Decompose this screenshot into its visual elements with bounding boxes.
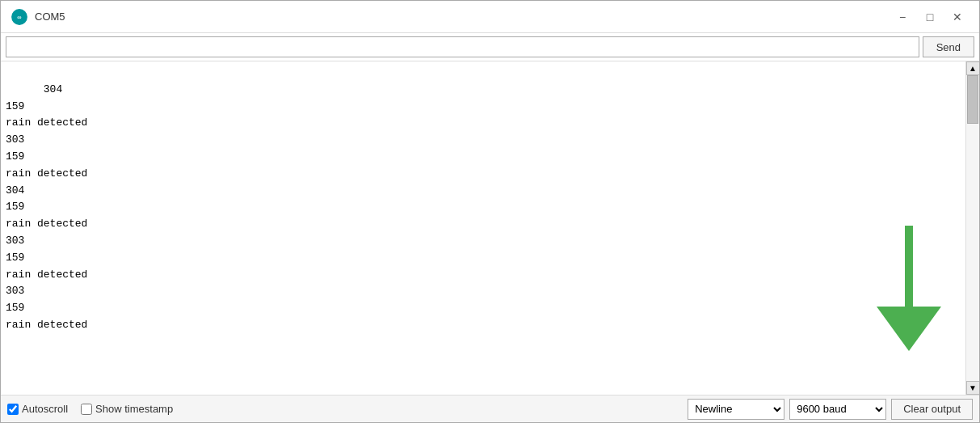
status-bar: Autoscroll Show timestamp NewlineNo line… — [1, 395, 979, 422]
scrollbar-up-button[interactable]: ▲ — [966, 61, 980, 75]
show-timestamp-label[interactable]: Show timestamp — [81, 403, 173, 415]
output-line: 304 159 rain detected 303 159 rain detec… — [6, 83, 87, 331]
main-window: ∞ COM5 − □ ✕ Send 304 159 rain detected … — [0, 0, 980, 423]
send-button[interactable]: Send — [923, 36, 974, 57]
output-content: 304 159 rain detected 303 159 rain detec… — [1, 61, 965, 395]
svg-text:∞: ∞ — [17, 14, 21, 21]
scrollbar[interactable]: ▲ ▼ — [965, 61, 979, 395]
send-bar: Send — [1, 33, 979, 61]
arduino-logo: ∞ — [11, 8, 28, 26]
close-button[interactable]: ✕ — [945, 8, 969, 26]
baud-select[interactable]: 300 baud1200 baud2400 baud4800 baud9600 … — [789, 399, 886, 420]
clear-output-button[interactable]: Clear output — [891, 399, 973, 420]
window-title: COM5 — [35, 11, 890, 23]
send-input[interactable] — [6, 36, 919, 57]
title-bar: ∞ COM5 − □ ✕ — [1, 1, 979, 33]
output-area: 304 159 rain detected 303 159 rain detec… — [1, 61, 979, 395]
maximize-button[interactable]: □ — [918, 8, 942, 26]
minimize-button[interactable]: − — [890, 8, 915, 26]
show-timestamp-text: Show timestamp — [95, 403, 173, 415]
autoscroll-label[interactable]: Autoscroll — [7, 403, 68, 415]
scrollbar-track[interactable] — [966, 75, 979, 381]
scroll-arrow — [826, 209, 941, 379]
show-timestamp-checkbox[interactable] — [81, 404, 92, 415]
autoscroll-text: Autoscroll — [22, 403, 68, 415]
scrollbar-thumb[interactable] — [967, 75, 978, 124]
autoscroll-checkbox[interactable] — [7, 404, 19, 415]
scrollbar-down-button[interactable]: ▼ — [966, 381, 980, 395]
newline-select[interactable]: NewlineNo line endingCarriage returnBoth… — [688, 399, 784, 420]
status-bar-right: NewlineNo line endingCarriage returnBoth… — [688, 399, 973, 420]
svg-marker-3 — [877, 307, 941, 351]
window-controls: − □ ✕ — [890, 8, 969, 26]
